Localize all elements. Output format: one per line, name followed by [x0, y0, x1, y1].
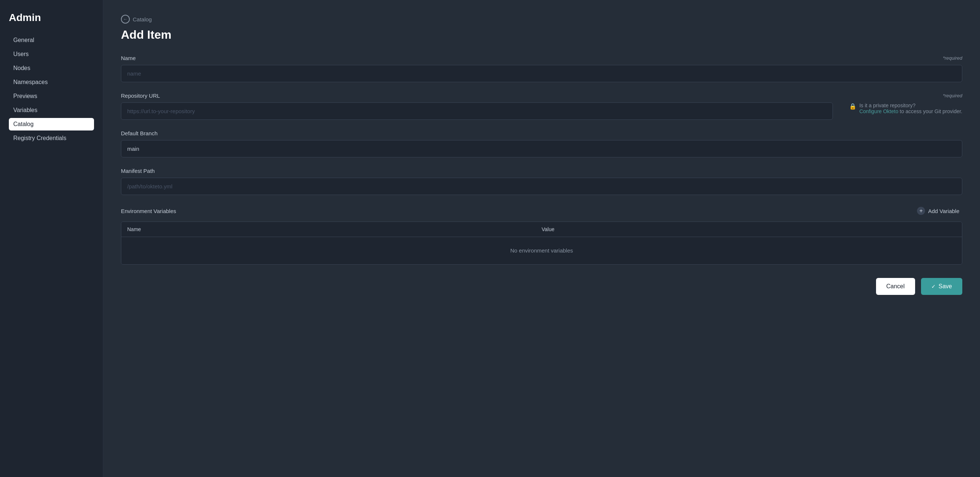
save-label: Save: [939, 283, 952, 290]
repository-url-required: *required: [943, 93, 962, 99]
name-input[interactable]: [121, 65, 962, 82]
repository-url-input[interactable]: [121, 102, 833, 120]
name-field-section: Name *required: [121, 55, 962, 82]
env-col-value: Value: [542, 226, 956, 232]
breadcrumb[interactable]: Catalog: [121, 15, 962, 24]
action-buttons: Cancel ✓ Save: [121, 278, 962, 295]
sidebar-item-nodes[interactable]: Nodes: [9, 62, 94, 75]
lock-icon: 🔒: [849, 103, 856, 110]
main-content: Catalog Add Item Name *required Reposito…: [103, 0, 980, 477]
manifest-path-input[interactable]: [121, 178, 962, 195]
save-checkmark-icon: ✓: [931, 283, 936, 289]
url-input-container: [121, 102, 833, 120]
env-table: Name Value No environment variables: [121, 221, 962, 265]
sidebar-item-catalog[interactable]: Catalog: [9, 118, 94, 130]
env-empty-message: No environment variables: [510, 247, 573, 254]
environment-variables-section: Environment Variables + Add Variable Nam…: [121, 205, 962, 265]
sidebar: Admin General Users Nodes Namespaces Pre…: [0, 0, 103, 477]
sidebar-item-general[interactable]: General: [9, 34, 94, 46]
name-required: *required: [943, 55, 962, 61]
env-table-body: No environment variables: [121, 237, 962, 264]
env-title: Environment Variables: [121, 208, 176, 214]
manifest-path-label: Manifest Path: [121, 168, 155, 174]
app-title: Admin: [9, 12, 94, 24]
private-repo-suffix: to access your Git provider.: [898, 108, 962, 114]
env-table-header: Name Value: [121, 222, 962, 237]
sidebar-item-users[interactable]: Users: [9, 48, 94, 60]
default-branch-section: Default Branch: [121, 130, 962, 157]
default-branch-label: Default Branch: [121, 130, 158, 137]
sidebar-item-registry-credentials[interactable]: Registry Credentials: [9, 132, 94, 145]
name-label: Name: [121, 55, 136, 61]
env-header: Environment Variables + Add Variable: [121, 205, 962, 216]
url-row: 🔒 Is it a private repository? Configure …: [121, 102, 962, 120]
add-variable-label: Add Variable: [928, 208, 959, 214]
page-title: Add Item: [121, 28, 962, 42]
sidebar-item-namespaces[interactable]: Namespaces: [9, 76, 94, 89]
repository-url-section: Repository URL *required 🔒 Is it a priva…: [121, 92, 962, 120]
manifest-path-section: Manifest Path: [121, 168, 962, 195]
sidebar-item-previews[interactable]: Previews: [9, 90, 94, 102]
private-repo-text: Is it a private repository?: [859, 102, 916, 108]
default-branch-input[interactable]: [121, 140, 962, 157]
cancel-button[interactable]: Cancel: [876, 278, 915, 295]
breadcrumb-label: Catalog: [133, 16, 152, 22]
private-repo-hint: 🔒 Is it a private repository? Configure …: [849, 102, 962, 114]
add-variable-button[interactable]: + Add Variable: [914, 205, 962, 216]
save-button[interactable]: ✓ Save: [921, 278, 962, 295]
configure-okteto-link[interactable]: Configure Okteto: [859, 108, 899, 114]
env-col-name: Name: [127, 226, 542, 232]
repository-url-label: Repository URL: [121, 92, 160, 99]
plus-icon: +: [917, 207, 925, 215]
sidebar-nav: General Users Nodes Namespaces Previews …: [9, 34, 94, 145]
back-icon[interactable]: [121, 15, 130, 24]
sidebar-item-variables[interactable]: Variables: [9, 104, 94, 116]
